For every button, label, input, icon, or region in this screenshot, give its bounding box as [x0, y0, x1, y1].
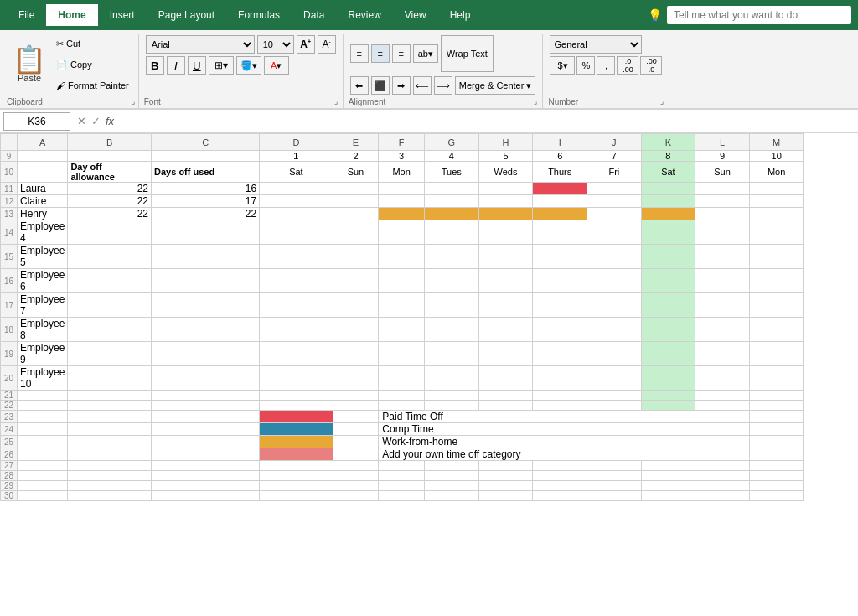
increase-decimal-button[interactable]: .0.00: [617, 56, 638, 75]
cell-b10[interactable]: Day off allowance: [68, 162, 152, 183]
cell-h13[interactable]: [478, 208, 533, 220]
font-dialog-launcher[interactable]: ⌟: [334, 97, 338, 106]
cell-l11[interactable]: [695, 183, 750, 195]
tab-data[interactable]: Data: [292, 4, 336, 26]
tab-help[interactable]: Help: [438, 4, 483, 26]
legend-comp-color[interactable]: [260, 423, 333, 436]
col-header-c[interactable]: C: [152, 134, 260, 151]
cell-h11[interactable]: [478, 183, 533, 195]
font-size-select[interactable]: 10: [257, 35, 294, 54]
cell-g11[interactable]: [425, 183, 479, 195]
cell-d13[interactable]: [260, 208, 333, 220]
paste-button[interactable]: 📋 Paste: [8, 34, 50, 95]
cell-i12[interactable]: [533, 195, 587, 208]
cell-j13[interactable]: [587, 208, 642, 220]
clipboard-dialog-launcher[interactable]: ⌟: [132, 97, 135, 106]
cell-i11[interactable]: [533, 183, 587, 195]
cell-f13[interactable]: [379, 208, 425, 220]
col-header-i[interactable]: I: [533, 134, 587, 151]
legend-custom-label[interactable]: Add your own time off category: [379, 448, 695, 461]
cell-k12[interactable]: [641, 195, 695, 208]
bold-button[interactable]: B: [146, 56, 164, 75]
col-header-d[interactable]: D: [260, 134, 333, 151]
cell-c11[interactable]: 16: [152, 183, 260, 195]
col-header-b[interactable]: B: [68, 134, 152, 151]
cell-i13[interactable]: [533, 208, 587, 220]
cell-c13[interactable]: 22: [152, 208, 260, 220]
cell-g12[interactable]: [425, 195, 479, 208]
col-header-a[interactable]: A: [18, 134, 68, 151]
cell-j11[interactable]: [587, 183, 642, 195]
cell-m11[interactable]: [749, 183, 804, 195]
font-color-button[interactable]: A▾: [264, 56, 289, 75]
fill-color-button[interactable]: 🪣▾: [236, 56, 261, 75]
formula-input[interactable]: [125, 110, 858, 132]
align-top-right-button[interactable]: ≡: [392, 44, 411, 63]
cell-k13[interactable]: [641, 208, 695, 220]
orientation-button[interactable]: ab▾: [413, 44, 438, 63]
indent-decrease-button[interactable]: ⟸: [413, 76, 432, 95]
format-painter-button[interactable]: 🖌 Format Painter: [52, 78, 133, 93]
cell-j12[interactable]: [587, 195, 642, 208]
legend-pto-label[interactable]: Paid Time Off: [379, 411, 695, 423]
tab-insert[interactable]: Insert: [98, 4, 147, 26]
percent-button[interactable]: %: [576, 56, 595, 75]
number-dialog-launcher[interactable]: ⌟: [660, 97, 664, 106]
col-header-k[interactable]: K: [641, 134, 695, 151]
cell-b11[interactable]: 22: [68, 183, 152, 195]
merge-center-button[interactable]: Merge & Center ▾: [455, 76, 536, 95]
col-header-e[interactable]: E: [333, 134, 379, 151]
copy-button[interactable]: 📄 Copy: [52, 57, 133, 73]
cell-l13[interactable]: [695, 208, 750, 220]
legend-custom-color[interactable]: [260, 448, 333, 461]
col-header-l[interactable]: L: [695, 134, 750, 151]
cell-e11[interactable]: [333, 183, 379, 195]
cell-a12[interactable]: Claire: [18, 195, 68, 208]
borders-button[interactable]: ⊞▾: [209, 56, 234, 75]
formula-confirm-icon[interactable]: ✓: [91, 115, 101, 127]
cell-reference-box[interactable]: [3, 112, 70, 131]
tab-formulas[interactable]: Formulas: [226, 4, 292, 26]
decrease-font-button[interactable]: A-: [318, 35, 336, 54]
number-format-select[interactable]: General: [550, 35, 642, 54]
legend-comp-label[interactable]: Comp Time: [379, 423, 695, 436]
cell-a13[interactable]: Henry: [18, 208, 68, 220]
cell-m13[interactable]: [749, 208, 804, 220]
formula-cancel-icon[interactable]: ✕: [77, 115, 86, 127]
cell-d11[interactable]: [260, 183, 333, 195]
legend-wfh-label[interactable]: Work-from-home: [379, 436, 695, 448]
tell-me-input[interactable]: [667, 6, 851, 24]
col-header-f[interactable]: F: [379, 134, 425, 151]
tab-view[interactable]: View: [393, 4, 438, 26]
cell-c9[interactable]: [152, 151, 260, 162]
cell-g13[interactable]: [425, 208, 479, 220]
cell-b12[interactable]: 22: [68, 195, 152, 208]
cell-b9[interactable]: [68, 151, 152, 162]
cell-c12[interactable]: 17: [152, 195, 260, 208]
fx-icon[interactable]: fx: [106, 115, 114, 127]
align-top-center-button[interactable]: ≡: [371, 44, 390, 63]
cut-button[interactable]: ✂ Cut: [52, 36, 133, 52]
cell-e12[interactable]: [333, 195, 379, 208]
tab-review[interactable]: Review: [336, 4, 392, 26]
align-bottom-center-button[interactable]: ⬛: [371, 76, 390, 95]
indent-increase-button[interactable]: ⟹: [434, 76, 452, 95]
align-bottom-right-button[interactable]: ➡: [392, 76, 411, 95]
cell-m12[interactable]: [749, 195, 804, 208]
cell-l12[interactable]: [695, 195, 750, 208]
decrease-decimal-button[interactable]: .00.0: [640, 56, 662, 75]
comma-button[interactable]: ,: [597, 56, 615, 75]
cell-h12[interactable]: [478, 195, 533, 208]
increase-font-button[interactable]: A+: [297, 35, 315, 54]
cell-a9[interactable]: [18, 151, 68, 162]
currency-button[interactable]: $▾: [550, 56, 575, 75]
cell-b13[interactable]: 22: [68, 208, 152, 220]
align-bottom-left-button[interactable]: ⬅: [350, 76, 369, 95]
tab-home[interactable]: Home: [46, 4, 97, 26]
cell-k11[interactable]: [641, 183, 695, 195]
col-header-j[interactable]: J: [587, 134, 642, 151]
align-top-left-button[interactable]: ≡: [350, 44, 369, 63]
cell-f12[interactable]: [379, 195, 425, 208]
col-header-h[interactable]: H: [478, 134, 533, 151]
italic-button[interactable]: I: [167, 56, 185, 75]
